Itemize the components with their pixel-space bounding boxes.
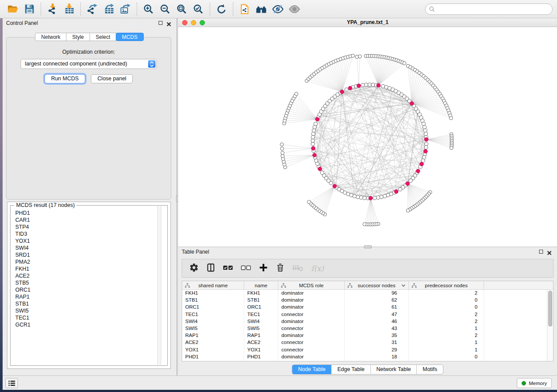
zoom-out-button[interactable] [157,2,173,17]
mcds-result-item[interactable]: PHD1 [15,210,167,217]
table-scrollbar[interactable] [547,290,553,361]
table-cell[interactable]: 0 [409,354,484,361]
import-network-button[interactable] [44,2,61,17]
delete-column-button[interactable] [276,263,285,274]
mcds-result-item[interactable]: ORC1 [15,286,167,293]
table-cell[interactable]: SWI4 [182,318,244,325]
zoom-selected-button[interactable] [190,2,207,17]
table-cell[interactable]: 96 [345,290,409,297]
tab-style[interactable]: Style [66,33,90,41]
zoom-in-button[interactable] [140,2,157,17]
hide-panel-eye-button[interactable] [270,2,286,17]
table-cell[interactable]: SWI4 [244,318,278,325]
table-row[interactable]: YOX1YOX1connector291 [182,347,547,354]
mcds-result-item[interactable]: SWI5 [15,307,167,314]
table-cell[interactable]: dominator [278,304,345,311]
table-cell[interactable]: STB1 [182,297,244,304]
table-cell[interactable]: ACE2 [182,339,244,346]
table-row[interactable]: FKH1FKH1dominator962 [182,290,547,297]
table-cell[interactable]: 62 [345,297,409,304]
table-cell[interactable]: dominator [278,290,345,297]
refresh-layout-button[interactable] [213,2,230,17]
mcds-result-item[interactable]: STB5 [15,279,167,286]
table-cell[interactable]: ACE2 [244,339,278,346]
criterion-dropdown[interactable]: largest connected component (undirected) [21,59,157,69]
table-row[interactable]: STB1STB1dominator620 [182,297,547,304]
table-cell[interactable]: YOX1 [244,347,278,354]
table-cell[interactable]: connector [278,325,345,332]
tab-edge-table[interactable]: Edge Table [331,365,370,374]
table-cell[interactable]: 2 [409,318,484,325]
table-cell[interactable]: RAP1 [244,332,278,339]
table-cell[interactable]: 2 [409,311,484,318]
table-cell[interactable]: RAP1 [182,332,244,339]
table-cell[interactable]: 2 [409,332,484,339]
tab-motifs[interactable]: Motifs [416,365,443,374]
mcds-result-item[interactable]: RAP1 [15,293,167,300]
import-table-button[interactable] [61,2,77,17]
table-row[interactable]: TEC1TEC1connector472 [182,311,547,318]
table-cell[interactable]: 47 [345,311,409,318]
minimize-window-icon[interactable] [191,20,196,25]
table-cell[interactable]: dominator [278,318,345,325]
table-cell[interactable]: dominator [278,297,345,304]
mcds-result-item[interactable]: PMA2 [15,258,167,265]
table-cell[interactable]: 1 [409,325,484,332]
table-cell[interactable]: 18 [345,354,409,361]
table-scrollbar-thumb[interactable] [548,291,552,327]
table-cell[interactable]: SWI5 [182,325,244,332]
table-cell[interactable]: 61 [345,304,409,311]
table-row[interactable]: RAP1RAP1dominator352 [182,332,547,339]
table-row[interactable]: SWI4SWI4dominator462 [182,318,547,325]
table-row[interactable]: SWI5SWI5connector431 [182,325,547,332]
mcds-result-item[interactable]: STP4 [15,224,167,230]
run-mcds-button[interactable]: Run MCDS [45,74,85,83]
export-table-button[interactable] [100,2,117,17]
memory-button[interactable]: Memory [517,378,552,388]
mcds-result-item[interactable]: ACE2 [15,272,167,279]
column-header-MCDS-role[interactable]: MCDS role [278,281,345,289]
column-header-successor-nodes[interactable]: successor nodes [345,281,409,289]
tab-network-table[interactable]: Network Table [370,365,417,374]
table-cell[interactable]: TEC1 [182,311,244,318]
table-close-icon[interactable] [547,249,552,254]
table-cell[interactable]: PHD1 [244,354,278,361]
column-header-predecessor-nodes[interactable]: predecessor nodes [409,281,484,289]
mcds-result-item[interactable]: FKH1 [15,265,167,272]
table-cell[interactable]: 2 [409,290,484,297]
table-cell[interactable]: FKH1 [244,290,278,297]
result-list-scrollbar[interactable] [157,206,161,365]
close-panel-button[interactable]: Close panel [91,74,133,83]
table-float-icon[interactable] [539,250,543,254]
table-row[interactable]: ACE2ACE2connector311 [182,339,547,346]
mcds-result-item[interactable]: YOX1 [15,237,167,244]
network-view-canvas[interactable] [178,27,557,247]
table-cell[interactable]: YOX1 [182,347,244,354]
select-all-rows-button[interactable] [223,264,233,273]
tab-mcds[interactable]: MCDS [116,33,143,41]
toggle-columns-button[interactable] [206,263,215,274]
export-network-button[interactable] [84,2,100,17]
table-cell[interactable]: ORC1 [182,304,244,311]
mcds-result-item[interactable]: SRD1 [15,251,167,258]
table-cell[interactable]: connector [278,339,345,346]
search-input[interactable] [425,3,553,15]
table-cell[interactable]: 1 [409,347,484,354]
table-cell[interactable]: connector [278,311,345,318]
deselect-all-rows-button[interactable] [241,264,251,273]
table-cell[interactable]: 43 [345,325,409,332]
table-cell[interactable]: 1 [409,339,484,346]
table-cell[interactable]: 31 [345,339,409,346]
table-cell[interactable]: dominator [278,332,345,339]
mcds-result-item[interactable]: CAR1 [15,217,167,224]
task-history-button[interactable] [5,378,18,388]
table-cell[interactable]: SWI5 [244,325,278,332]
table-cell[interactable]: 0 [409,297,484,304]
table-cell[interactable]: FKH1 [182,290,244,297]
mcds-result-item[interactable]: TEC1 [15,314,167,321]
float-panel-icon[interactable] [159,21,163,25]
table-settings-button[interactable] [189,263,199,274]
table-cell[interactable]: TEC1 [244,311,278,318]
add-column-button[interactable] [259,263,268,274]
table-cell[interactable]: STB1 [244,297,278,304]
